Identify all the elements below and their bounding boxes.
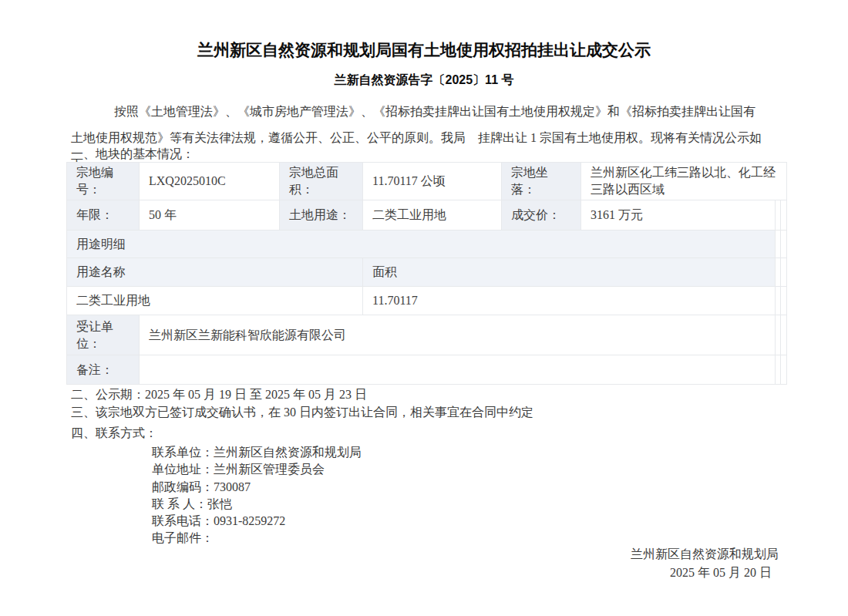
land-use-label: 土地用途：: [280, 200, 363, 231]
location-label: 宗地坐落：: [502, 163, 581, 200]
table-spacer-cell: [781, 287, 787, 315]
table-spacer-cell: [776, 258, 781, 287]
land-use-value: 二类工业用地: [363, 200, 502, 231]
signature-block: 兰州新区自然资源和规划局 2025 年 05 月 20 日: [631, 545, 779, 582]
grantee-label: 受让单位：: [67, 315, 140, 355]
table-spacer-cell: [776, 231, 781, 258]
section-4-heading: 四、联系方式：: [71, 426, 157, 440]
announcement-document: 兰州新区自然资源和规划局国有土地使用权招拍挂出让成交公示 兰新自然资源告字〔20…: [0, 0, 848, 616]
document-number: 兰新自然资源告字〔2025〕11 号: [0, 72, 848, 89]
price-label: 成交价：: [502, 200, 581, 231]
usage-name-header: 用途名称: [67, 258, 363, 287]
contact-row-address: 单位地址：兰州新区管理委员会: [152, 461, 362, 478]
table-spacer-cell: [781, 258, 787, 287]
table-spacer-cell: [781, 231, 787, 258]
table-row: 备注：: [67, 355, 787, 385]
parcel-info-table: 宗地编号： LXQ2025010C 宗地总面积： 11.70117 公顷 宗地坐…: [66, 162, 787, 385]
table-spacer-cell: [776, 200, 781, 231]
total-area-label: 宗地总面积：: [280, 163, 363, 200]
remarks-label: 备注：: [67, 355, 140, 385]
contact-row-postcode: 邮政编码：730087: [152, 479, 362, 496]
contact-label: 联系电话：: [152, 514, 214, 527]
table-spacer-cell: [776, 315, 781, 355]
table-row: 年限： 50 年 土地用途： 二类工业用地 成交价： 3161 万元: [67, 200, 787, 231]
table-spacer-cell: [776, 355, 781, 385]
table-spacer-cell: [776, 287, 781, 315]
contact-value: 730087: [214, 480, 251, 493]
table-row: 宗地编号： LXQ2025010C 宗地总面积： 11.70117 公顷 宗地坐…: [67, 163, 787, 200]
contact-label: 单位地址：: [152, 463, 214, 476]
contact-value: 兰州新区管理委员会: [214, 463, 325, 476]
usage-area-header: 面积: [363, 258, 776, 287]
section-1-heading: 一、地块的基本情况：: [71, 147, 194, 161]
table-row: 用途明细: [67, 231, 787, 258]
table-spacer-cell: [781, 200, 787, 231]
remarks-value: [140, 355, 776, 385]
total-area-value: 11.70117 公顷: [363, 163, 502, 200]
contact-row-email: 电子邮件：: [152, 530, 362, 547]
table-spacer-cell: [781, 355, 787, 385]
table-spacer-cell: [781, 315, 787, 355]
parcel-no-label: 宗地编号：: [67, 163, 140, 200]
table-row: 二类工业用地 11.70117: [67, 287, 787, 315]
usage-detail-heading: 用途明细: [67, 231, 776, 258]
contact-row-person: 联 系 人：张恺: [152, 496, 362, 513]
contact-list: 联系单位：兰州新区自然资源和规划局 单位地址：兰州新区管理委员会 邮政编码：73…: [152, 444, 362, 547]
table-row: 用途名称 面积: [67, 258, 787, 287]
location-value: 兰州新区化工纬三路以北、化工经三路以西区域: [581, 163, 787, 200]
section-2-public-period: 二、公示期：2025 年 05 月 19 日 至 2025 年 05 月 23 …: [71, 388, 367, 402]
contact-row-phone: 联系电话：0931-8259272: [152, 513, 362, 530]
grantee-value: 兰州新区兰新能科智欣能源有限公司: [140, 315, 776, 355]
parcel-no-value: LXQ2025010C: [140, 163, 280, 200]
signature-org: 兰州新区自然资源和规划局: [631, 545, 779, 564]
usage-row-area: 11.70117: [363, 287, 776, 315]
table-row: 受让单位： 兰州新区兰新能科智欣能源有限公司: [67, 315, 787, 355]
tenure-value: 50 年: [140, 200, 280, 231]
intro-line-1: 按照《土地管理法》、《城市房地产管理法》、《招标拍卖挂牌出让国有土地使用权规定》…: [71, 99, 780, 125]
signature-date: 2025 年 05 月 20 日: [631, 564, 779, 582]
contact-value: 0931-8259272: [214, 514, 285, 527]
contact-value: 兰州新区自然资源和规划局: [214, 446, 362, 459]
contact-label: 联系单位：: [152, 446, 214, 459]
page-title: 兰州新区自然资源和规划局国有土地使用权招拍挂出让成交公示: [0, 39, 848, 61]
contact-row-unit: 联系单位：兰州新区自然资源和规划局: [152, 444, 362, 461]
section-3-contract-note: 三、该宗地双方已签订成交确认书，在 30 日内签订出让合同，相关事宜在合同中约定: [71, 406, 533, 419]
contact-label: 邮政编码：: [152, 480, 214, 493]
contact-label: 联 系 人：: [152, 497, 207, 510]
contact-label: 电子邮件：: [152, 531, 214, 544]
contact-value: 张恺: [207, 497, 232, 510]
price-value: 3161 万元: [581, 200, 776, 231]
tenure-label: 年限：: [67, 200, 140, 231]
usage-row-name: 二类工业用地: [67, 287, 363, 315]
